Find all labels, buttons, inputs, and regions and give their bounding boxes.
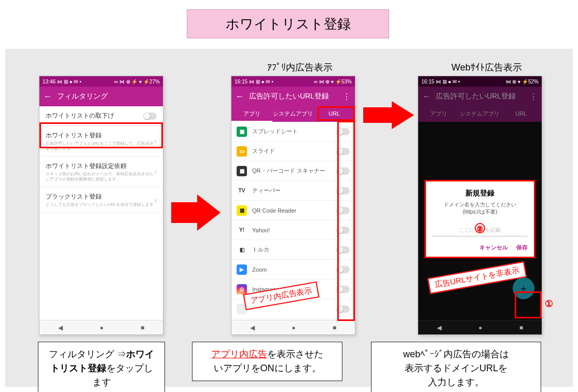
caption-right: webﾍﾟｰｼﾞ内広告の場合は 表示するドメインURLを 入力します。	[371, 342, 541, 392]
item-title: ホワイトリストの取下げ	[46, 111, 143, 120]
nav-back-icon[interactable]: ◀	[58, 324, 63, 331]
status-icons-left: ⋈ ⊠ ● ✉ •	[57, 79, 81, 85]
app-icon: ▩	[237, 205, 247, 216]
app-toggle[interactable]	[336, 128, 350, 135]
chevron-icon: ›	[154, 137, 157, 145]
fab-add-button[interactable]: ＋	[513, 277, 534, 299]
cap-text: 表示するドメインURLを	[405, 363, 507, 373]
nav-home-icon[interactable]: ●	[100, 324, 103, 331]
app-name-label: スプレッドシート	[252, 128, 331, 135]
app-toggle[interactable]	[336, 227, 350, 234]
status-icons-right: ∞ ⋈ ⊗ ⚡ ▾ ⚡27%	[114, 79, 160, 85]
dialog-title: 新規登録	[432, 189, 528, 198]
app-row[interactable]	[231, 319, 355, 320]
nav-back-icon[interactable]: ◀	[437, 324, 442, 331]
app-name-label: Yahoo!	[252, 227, 331, 233]
app-row[interactable]: ▶Zoom	[231, 260, 355, 279]
item-subtitle: どうしても広告をブロックしたいURLを自分で登録します	[46, 202, 154, 207]
phone-url-dialog: 16:15 ⋈ ⊠ ● ✉ • ⋈ ⊗ ▾ ⚡52% 広告許可したいURL登録 …	[418, 76, 542, 335]
status-bar: 16:15 ⋈ ⊠ ● ✉ • ⋈ ⊗ ▾ ⚡52%	[418, 76, 542, 87]
screen-title: フィルタリング	[57, 92, 108, 101]
item-title: ホワイトリスト登録設定依頼	[46, 162, 154, 171]
status-time: 13:46	[43, 79, 56, 85]
app-row[interactable]: ▦スプレッドシート	[231, 122, 355, 142]
app-name-label: ティーバー	[252, 187, 331, 194]
item-whitelist-withdraw[interactable]: ホワイトリストの取下げ	[39, 106, 163, 126]
dialog-msg2: (https://は不要)	[463, 209, 498, 215]
app-row[interactable]: ◧トルカ	[231, 240, 355, 260]
app-row[interactable]: ▩QR・バーコード スキャナー	[231, 161, 355, 181]
app-row[interactable]: ▭スライド	[231, 142, 355, 161]
caption-middle: アプリ内広告を表示させたいアプリをONにします。	[192, 342, 342, 381]
nav-recent-icon[interactable]: ■	[141, 324, 144, 331]
app-icon: TV	[237, 186, 247, 196]
android-nav: ◀ ● ■	[39, 320, 163, 334]
app-name-label: QR Code Reader	[252, 207, 331, 214]
back-icon[interactable]	[422, 92, 431, 101]
item-subtitle: 広告許可したいアプリとURLをここで登録して、広告表示を可能にする	[46, 141, 154, 151]
app-name-label: スライド	[252, 147, 331, 155]
label-app-ads: ｱﾌﾟﾘ内広告表示	[267, 61, 333, 74]
domain-input[interactable]: ここに②を記載 ②	[432, 224, 528, 236]
app-icon: ▭	[237, 146, 247, 157]
marker-2-circle: ②	[475, 223, 485, 233]
cap-text: いアプリをONにします。	[214, 363, 321, 373]
app-icon: ▶	[237, 264, 247, 275]
placeholder-left: ここに	[459, 227, 475, 233]
status-icons-right: ⋈ ⊗ ▾ ⚡52%	[506, 79, 539, 85]
tab-url[interactable]: URL	[501, 106, 542, 122]
app-row[interactable]: ▩QR Code Reader	[231, 201, 355, 220]
tab-apps[interactable]: アプリ	[231, 106, 272, 122]
tabs: アプリ システムアプリ URL	[231, 106, 355, 122]
phone-body: ホワイトリストの取下げ ホワイトリスト登録 広告許可したいアプリとURLをここで…	[39, 106, 163, 320]
app-toggle[interactable]	[336, 187, 350, 194]
toggle-icon[interactable]	[143, 113, 157, 120]
nav-recent-icon[interactable]: ■	[519, 324, 523, 331]
app-row[interactable]: Y!Yahoo!	[231, 220, 355, 240]
nav-back-icon[interactable]: ◀	[250, 324, 255, 331]
app-icon: ▦	[237, 127, 247, 137]
item-blacklist-register[interactable]: ブラックリスト登録 どうしても広告をブロックしたいURLを自分で登録します ›	[39, 187, 163, 213]
nav-recent-icon[interactable]: ■	[333, 324, 336, 331]
app-name-label: QR・バーコード スキャナー	[252, 167, 331, 175]
tab-apps[interactable]: アプリ	[418, 106, 459, 122]
back-icon[interactable]	[44, 92, 52, 101]
status-bar: 16:15 ⋈ ⊠ ● ✉ • ∞ ⋈ ⊗ ▾ ⚡53%	[231, 76, 355, 87]
item-whitelist-request[interactable]: ホワイトリスト登録設定依頼 スキップ先のお問い合わせメールで、常時広告表示させた…	[39, 157, 163, 187]
app-row[interactable]: TVティーバー	[231, 181, 355, 201]
caption-left: フィルタリング ⇒ホワイトリスト登録をタップします	[38, 342, 165, 392]
cap-text: フィルタリング ⇒	[49, 349, 126, 359]
item-whitelist-register[interactable]: ホワイトリスト登録 広告許可したいアプリとURLをここで登録して、広告表示を可能…	[39, 126, 163, 157]
app-icon: Y!	[237, 225, 247, 235]
placeholder-right: を記載	[485, 227, 501, 233]
app-toggle[interactable]	[336, 167, 350, 175]
page-title-text: ホワイトリスト登録	[226, 15, 351, 33]
nav-home-icon[interactable]: ●	[292, 324, 295, 331]
cancel-button[interactable]: キャンセル	[479, 244, 508, 251]
menu-icon[interactable]	[342, 92, 351, 102]
tab-url[interactable]: URL	[314, 106, 355, 122]
label-web-ads: Webｻｲﾄ広告表示	[451, 61, 522, 74]
nav-home-icon[interactable]: ●	[478, 324, 482, 331]
chevron-icon: ›	[154, 196, 157, 204]
menu-icon[interactable]	[529, 92, 538, 102]
new-register-dialog: 新規登録 ドメイン名を入力してください (https://は不要) ここに②を記…	[424, 180, 535, 258]
app-toggle[interactable]	[336, 266, 350, 273]
app-toggle[interactable]	[336, 148, 350, 155]
tab-system-apps[interactable]: システムアプリ	[459, 106, 500, 122]
chevron-icon: ›	[154, 167, 157, 176]
status-bar: 13:46 ⋈ ⊠ ● ✉ • ∞ ⋈ ⊗ ⚡ ▾ ⚡27%	[39, 76, 163, 87]
save-button[interactable]: 保存	[516, 244, 528, 251]
app-toggle[interactable]	[336, 207, 350, 214]
back-icon[interactable]	[236, 92, 244, 101]
app-toggle[interactable]	[336, 246, 350, 254]
cap-text: webﾍﾟｰｼﾞ内広告の場合は	[403, 349, 509, 359]
app-bar: フィルタリング	[39, 87, 163, 106]
app-toggle[interactable]	[336, 286, 350, 293]
tab-system-apps[interactable]: システムアプリ	[272, 106, 313, 122]
status-icons-left: ⋈ ⊠ ● ✉ •	[249, 79, 273, 85]
tabs: アプリ システムアプリ URL	[418, 106, 542, 122]
app-toggle[interactable]	[336, 305, 350, 313]
app-bar: 広告許可したいURL登録	[418, 87, 542, 106]
status-time: 16:15	[235, 79, 247, 85]
